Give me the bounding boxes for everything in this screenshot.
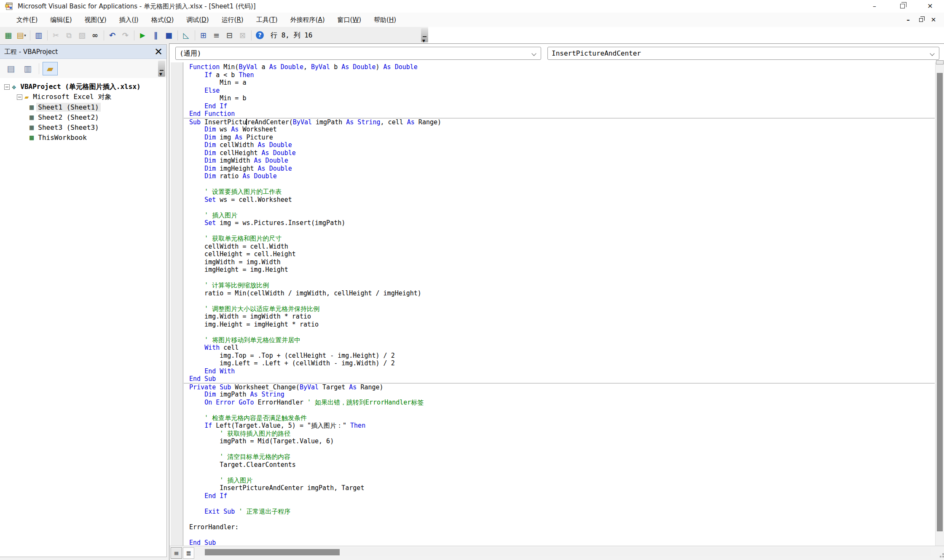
code-line[interactable]: Dim imgPath As String	[189, 391, 935, 399]
tree-item-sheet1[interactable]: ▦Sheet1 (Sheet1)	[0, 102, 166, 112]
code-line[interactable]: End With	[189, 367, 935, 375]
code-line[interactable]: cellWidth = cell.Width	[189, 243, 935, 251]
code-line[interactable]	[189, 274, 935, 282]
code-line[interactable]	[189, 180, 935, 188]
minimize-button[interactable]: –	[861, 0, 888, 13]
paste-button[interactable]: ▧	[76, 29, 88, 41]
menu-window[interactable]: 窗口(W)	[331, 13, 368, 27]
code-line[interactable]: Min = a	[189, 79, 935, 87]
code-line[interactable]: Exit Sub ' 正常退出子程序	[189, 508, 935, 516]
code-line[interactable]: ' 设置要插入图片的工作表	[189, 188, 935, 196]
code-line[interactable]: If Left(Target.Value, 5) = "插入图片：" Then	[189, 422, 935, 430]
tree-item-thisworkbook[interactable]: ▩ThisWorkbook	[0, 132, 166, 142]
code-line[interactable]: End If	[189, 102, 935, 110]
menu-run[interactable]: 运行(R)	[215, 13, 250, 27]
code-line[interactable]	[189, 531, 935, 539]
view-object-button[interactable]: ▥	[20, 62, 35, 75]
code-line[interactable]: ' 获取待插入图片的路径	[189, 430, 935, 438]
code-line[interactable]: ' 获取单元格和图片的尺寸	[189, 235, 935, 243]
code-line[interactable]: Dim ratio As Double	[189, 172, 935, 180]
code-line[interactable]: Dim imgWidth As Double	[189, 157, 935, 165]
code-line[interactable]: img.Width = imgWidth * ratio	[189, 313, 935, 321]
view-code-button[interactable]: ▤	[3, 62, 19, 75]
code-line[interactable]: ' 将图片移动到单元格位置并居中	[189, 336, 935, 344]
help-button[interactable]: ?	[254, 29, 266, 41]
code-line[interactable]: If a < b Then	[189, 71, 935, 79]
insert-userform-button[interactable]: ▤▾	[16, 29, 27, 41]
project-panel-close-button[interactable]: ✕	[152, 46, 165, 58]
collapse-minus-icon[interactable]	[17, 94, 22, 100]
tree-item-excel-objects[interactable]: ▰Microsoft Excel 对象	[0, 92, 166, 102]
code-line[interactable]: Dim img As Picture	[189, 134, 935, 142]
cut-button[interactable]: ✂	[50, 29, 62, 41]
menu-edit[interactable]: 编辑(E)	[44, 13, 78, 27]
code-line[interactable]: ratio = Min(cellWidth / imgWidth, cellHe…	[189, 289, 935, 297]
find-button[interactable]: ∞	[89, 29, 101, 41]
code-line[interactable]: cellHeight = cell.Height	[189, 250, 935, 258]
project-explorer-button[interactable]: ⊞	[198, 29, 209, 41]
full-module-view-button[interactable]: ≣	[183, 547, 194, 559]
code-line[interactable]	[189, 445, 935, 453]
break-button[interactable]: ∥	[150, 29, 161, 41]
code-line[interactable]: End If	[189, 492, 935, 500]
menu-addins[interactable]: 外接程序(A)	[284, 13, 331, 27]
code-line[interactable]	[189, 227, 935, 235]
tree-item-sheet3[interactable]: ▦Sheet3 (Sheet3)	[0, 122, 166, 132]
menu-tools[interactable]: 工具(T)	[250, 13, 284, 27]
close-button[interactable]: ✕	[916, 0, 944, 13]
code-line[interactable]: img.Left = .Left + (cellWidth - img.Widt…	[189, 359, 935, 367]
code-line[interactable]: Dim imgHeight As Double	[189, 165, 935, 173]
code-line[interactable]: On Error GoTo ErrorHandler ' 如果出错，跳转到Err…	[189, 399, 935, 407]
object-browser-button[interactable]: ⊟	[224, 29, 235, 41]
tree-item-vbaproject[interactable]: ❖VBAProject (单元格图片插入.xlsx)	[0, 82, 166, 92]
code-line[interactable]	[189, 500, 935, 508]
code-line[interactable]	[189, 204, 935, 212]
horizontal-scrollbar-thumb[interactable]	[205, 549, 340, 555]
mdi-close-button[interactable]: ✕	[927, 16, 940, 24]
code-line[interactable]: ' 插入图片	[189, 212, 935, 220]
menu-help[interactable]: 帮助(H)	[367, 13, 402, 27]
code-line[interactable]	[189, 515, 935, 523]
code-line[interactable]: End Sub	[189, 375, 935, 383]
redo-button[interactable]: ↷	[120, 29, 131, 41]
copy-button[interactable]: ⧉	[63, 29, 75, 41]
code-line[interactable]: ' 清空目标单元格的内容	[189, 453, 935, 461]
view-excel-button[interactable]: ▦	[3, 29, 14, 41]
code-editor[interactable]: Function Min(ByVal a As Double, ByVal b …	[169, 62, 944, 546]
menu-debug[interactable]: 调试(D)	[180, 13, 215, 27]
code-line[interactable]: ' 插入图片	[189, 477, 935, 485]
horizontal-scrollbar[interactable]	[196, 548, 931, 556]
menu-view[interactable]: 视图(V)	[78, 13, 113, 27]
code-line[interactable]: Private Sub Worksheet_Change(ByVal Targe…	[184, 383, 935, 391]
code-line[interactable]: Set img = ws.Pictures.Insert(imgPath)	[189, 219, 935, 227]
code-line[interactable]: End Sub	[189, 539, 935, 546]
code-line[interactable]	[189, 469, 935, 477]
menu-file[interactable]: 文件(F)	[10, 13, 44, 27]
code-line[interactable]: Function Min(ByVal a As Double, ByVal b …	[189, 63, 935, 71]
code-line[interactable]: Dim cellWidth As Double	[189, 141, 935, 149]
object-dropdown[interactable]: (通用)	[175, 47, 541, 60]
vertical-scrollbar-thumb[interactable]	[937, 73, 943, 531]
restore-button[interactable]	[888, 0, 916, 13]
code-line[interactable]: Sub InsertPictureAndCenter(ByVal imgPath…	[184, 118, 935, 126]
toolbar-overflow-button[interactable]	[421, 28, 428, 42]
code-line[interactable]: ErrorHandler:	[189, 523, 935, 531]
tree-item-sheet2[interactable]: ▦Sheet2 (Sheet2)	[0, 112, 166, 122]
code-text[interactable]: Function Min(ByVal a As Double, ByVal b …	[184, 62, 935, 546]
procedure-dropdown[interactable]: InsertPictureAndCenter	[547, 47, 939, 60]
code-line[interactable]: Else	[189, 87, 935, 95]
mdi-restore-button[interactable]	[914, 16, 927, 24]
undo-button[interactable]: ↶	[107, 29, 118, 41]
code-line[interactable]: imgHeight = img.Height	[189, 266, 935, 274]
code-line[interactable]: ' 检查单元格内容是否满足触发条件	[189, 414, 935, 422]
procedure-view-button[interactable]: ≡	[171, 547, 182, 559]
reset-button[interactable]: ■	[163, 29, 174, 41]
run-button[interactable]: ▶	[137, 29, 148, 41]
toolbox-button[interactable]: ⊠	[237, 29, 248, 41]
properties-window-button[interactable]: ≡	[211, 29, 222, 41]
code-line[interactable]	[189, 328, 935, 336]
code-line[interactable]: InsertPictureAndCenter imgPath, Target	[189, 484, 935, 492]
menu-format[interactable]: 格式(O)	[145, 13, 180, 27]
vertical-scrollbar[interactable]	[935, 62, 944, 546]
code-line[interactable]: With cell	[189, 344, 935, 352]
